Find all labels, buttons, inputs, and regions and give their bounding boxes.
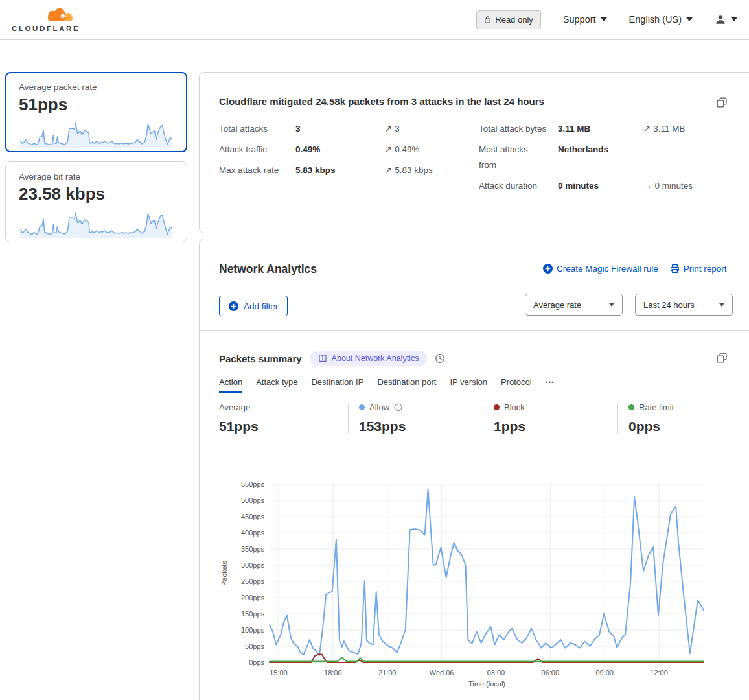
printer-icon [670, 264, 680, 274]
svg-text:250pps: 250pps [241, 578, 265, 585]
packet-rate-sparkline [19, 119, 174, 150]
tab-destination-ip[interactable]: Destination IP [311, 377, 363, 393]
stat-block: Block 1pps [483, 402, 617, 434]
svg-text:350pps: 350pps [241, 545, 265, 553]
stat-attack-traffic: Attack traffic 0.49% ↗0.49% [219, 142, 465, 158]
history-clock-icon[interactable] [435, 353, 445, 364]
lock-icon [484, 16, 491, 23]
svg-text:Wed 06: Wed 06 [430, 669, 454, 677]
chevron-down-icon [719, 303, 724, 307]
metric-value: 23.58 kbps [19, 184, 174, 204]
svg-text:450pps: 450pps [241, 513, 265, 520]
stat-total-attack-bytes: Total attack bytes 3.11 MB ↗3.11 MB [479, 121, 741, 137]
plus-circle-icon [543, 264, 553, 274]
print-report-link[interactable]: Print report [670, 264, 727, 274]
rate-limit-dot [628, 404, 634, 410]
metric-card-packet-rate[interactable]: Average packet rate 51pps [5, 72, 187, 152]
packets-time-series-chart: 0pps50pps100pps150pps200pps250pps300pps3… [219, 479, 749, 693]
read-only-label: Read only [495, 15, 533, 25]
copy-icon[interactable] [717, 353, 727, 363]
stat-rate-limit: Rate limit 0pps [617, 402, 749, 434]
analytics-actions: Create Magic Firewall rule Print report [543, 264, 727, 274]
tab-protocol[interactable]: Protocol [501, 377, 532, 393]
language-label: English (US) [629, 14, 682, 25]
time-range-select[interactable]: Last 24 hours [635, 294, 733, 316]
svg-text:21:00: 21:00 [378, 669, 397, 677]
plus-circle-icon [229, 301, 238, 311]
svg-text:Packets: Packets [220, 560, 228, 586]
packets-summary-header: Packets summary About Network Analytics [219, 351, 445, 366]
svg-text:550pps: 550pps [241, 480, 265, 488]
svg-text:0pps: 0pps [249, 659, 264, 666]
cloudflare-logo[interactable]: CLOUDFLARE [12, 7, 88, 32]
svg-text:300pps: 300pps [241, 561, 265, 569]
svg-text:500pps: 500pps [241, 496, 265, 504]
support-label: Support [563, 14, 596, 25]
svg-text:15:00: 15:00 [270, 669, 288, 677]
svg-text:400pps: 400pps [241, 529, 265, 537]
attack-summary-card: Cloudflare mitigated 24.58k packets from… [199, 72, 749, 233]
create-magic-firewall-rule-link[interactable]: Create Magic Firewall rule [543, 264, 658, 274]
svg-text:50pps: 50pps [245, 642, 264, 650]
svg-text:18:00: 18:00 [324, 669, 342, 677]
metric-label: Average packet rate [19, 82, 174, 92]
chevron-down-icon [686, 18, 693, 21]
svg-text:Time (local): Time (local) [468, 680, 505, 688]
user-icon [715, 14, 726, 25]
packets-summary-title: Packets summary [219, 353, 302, 364]
svg-text:03:00: 03:00 [487, 669, 505, 677]
top-nav: CLOUDFLARE Read only Support English (US… [0, 0, 749, 40]
tab-action[interactable]: Action [219, 377, 242, 393]
stat-total-attacks: Total attacks 3 ↗3 [219, 121, 465, 137]
svg-text:150pps: 150pps [241, 610, 265, 618]
summary-stats-right: Total attack bytes 3.11 MB ↗3.11 MB Most… [476, 121, 741, 199]
cloudflare-cloud-icon [41, 7, 78, 24]
chevron-down-icon [731, 18, 737, 21]
trend-flat-icon: → [643, 181, 652, 191]
packets-stats-row: Average 51pps Allow 153pps [219, 402, 749, 434]
nav-right: Read only Support English (US) [476, 10, 737, 29]
svg-text:100pps: 100pps [241, 626, 265, 634]
network-analytics-card: Network Analytics Create Magic Firewall … [199, 239, 749, 700]
add-filter-button[interactable]: Add filter [219, 296, 288, 316]
metric-card-bit-rate[interactable]: Average bit rate 23.58 kbps [5, 161, 187, 242]
bit-rate-sparkline [19, 208, 174, 239]
svg-text:200pps: 200pps [241, 594, 265, 601]
svg-text:12:00: 12:00 [650, 669, 668, 677]
allow-dot [359, 404, 365, 410]
section-divider [200, 330, 749, 331]
tab-attack-type[interactable]: Attack type [256, 377, 297, 393]
packets-summary-tabs: ActionAttack typeDestination IPDestinati… [219, 377, 555, 393]
read-only-badge[interactable]: Read only [476, 10, 541, 29]
book-icon [318, 354, 327, 363]
trend-up-icon: ↗ [385, 165, 392, 175]
svg-text:06:00: 06:00 [542, 669, 560, 677]
stat-allow: Allow 153pps [348, 402, 483, 434]
stat-average: Average 51pps [219, 402, 348, 434]
more-tabs-button[interactable]: ⋯ [546, 377, 555, 393]
copy-icon[interactable] [717, 97, 727, 108]
tab-destination-port[interactable]: Destination port [377, 377, 436, 393]
trend-up-icon: ↗ [385, 124, 392, 134]
network-analytics-title: Network Analytics [219, 262, 317, 276]
account-menu[interactable] [715, 14, 737, 25]
chevron-down-icon [609, 303, 614, 307]
metric-select[interactable]: Average rate [525, 294, 623, 316]
support-menu[interactable]: Support [563, 14, 607, 25]
stat-most-attacks-from: Most attacks from Netherlands [479, 142, 741, 173]
stat-attack-duration: Attack duration 0 minutes →0 minutes [479, 178, 741, 194]
about-network-analytics-pill[interactable]: About Network Analytics [310, 351, 428, 366]
chevron-down-icon [601, 18, 607, 21]
cloudflare-network-analytics-page: CLOUDFLARE Read only Support English (US… [0, 0, 749, 700]
block-dot [494, 404, 500, 410]
trend-up-icon: ↗ [643, 124, 651, 134]
logo-wordmark: CLOUDFLARE [12, 25, 88, 32]
metric-value: 51pps [19, 95, 174, 115]
info-icon[interactable] [394, 403, 402, 412]
language-menu[interactable]: English (US) [629, 14, 693, 25]
summary-title: Cloudflare mitigated 24.58k packets from… [219, 96, 698, 107]
svg-text:09:00: 09:00 [595, 669, 614, 677]
tab-ip-version[interactable]: IP version [450, 377, 487, 393]
stat-max-attack-rate: Max attack rate 5.83 kbps ↗5.83 kbps [219, 163, 465, 178]
metric-label: Average bit rate [19, 172, 174, 181]
